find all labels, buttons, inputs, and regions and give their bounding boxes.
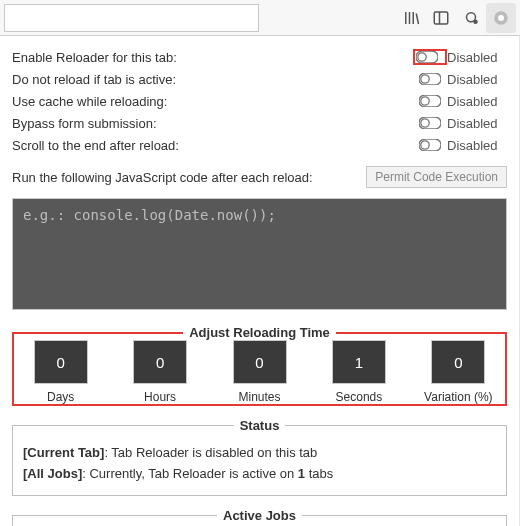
noreload-active-state: Disabled (447, 72, 507, 87)
svg-rect-12 (419, 73, 441, 85)
status-current-text: : Tab Reloader is disabled on this tab (104, 445, 317, 460)
sidebar-icon[interactable] (426, 3, 456, 33)
svg-point-11 (418, 53, 426, 61)
use-cache-label: Use cache while reloading: (12, 94, 419, 109)
status-all-text-b: tabs (305, 466, 333, 481)
variation-label: Variation (%) (424, 390, 492, 404)
hours-input[interactable] (133, 340, 187, 384)
use-cache-state: Disabled (447, 94, 507, 109)
scroll-end-state: Disabled (447, 138, 507, 153)
status-all-count: 1 (298, 466, 305, 481)
bypass-form-label: Bypass form submission: (12, 116, 419, 131)
adjust-time-group: Adjust Reloading Time Days Hours Minutes… (12, 325, 507, 406)
status-all-text-a: : Currently, Tab Reloader is active on (82, 466, 298, 481)
status-legend: Status (234, 418, 286, 433)
library-icon[interactable] (396, 3, 426, 33)
variation-input[interactable] (431, 340, 485, 384)
days-label: Days (47, 390, 74, 404)
bypass-form-state: Disabled (447, 116, 507, 131)
status-all-prefix: [All Jobs] (23, 466, 82, 481)
url-search-input[interactable] (4, 4, 259, 32)
svg-rect-10 (416, 51, 438, 63)
status-group: Status [Current Tab]: Tab Reloader is di… (12, 418, 507, 496)
seconds-input[interactable] (332, 340, 386, 384)
scroll-end-toggle[interactable] (419, 139, 441, 151)
permit-code-button[interactable]: Permit Code Execution (366, 166, 507, 188)
js-code-label: Run the following JavaScript code after … (12, 170, 366, 185)
noreload-active-toggle[interactable] (419, 73, 441, 85)
browser-toolbar (0, 0, 520, 36)
account-icon[interactable] (456, 3, 486, 33)
js-code-input[interactable] (12, 198, 507, 310)
bypass-form-toggle[interactable] (419, 117, 441, 129)
svg-point-15 (421, 97, 429, 105)
extension-reloader-icon[interactable] (486, 3, 516, 33)
status-current-prefix: [Current Tab] (23, 445, 104, 460)
svg-point-19 (421, 141, 429, 149)
svg-rect-4 (434, 12, 448, 24)
enable-toggle[interactable] (416, 51, 438, 63)
active-jobs-legend: Active Jobs (217, 508, 302, 523)
svg-point-7 (473, 19, 478, 24)
svg-line-3 (416, 13, 418, 24)
svg-rect-18 (419, 139, 441, 151)
svg-point-9 (498, 15, 504, 21)
use-cache-toggle[interactable] (419, 95, 441, 107)
extension-popup: Enable Reloader for this tab: Disabled D… (0, 36, 520, 526)
active-jobs-group: Active Jobs Tab Reloader :: add0n.com (12, 508, 507, 526)
seconds-label: Seconds (336, 390, 383, 404)
minutes-label: Minutes (239, 390, 281, 404)
svg-rect-16 (419, 117, 441, 129)
minutes-input[interactable] (233, 340, 287, 384)
adjust-time-legend: Adjust Reloading Time (183, 325, 336, 340)
svg-rect-14 (419, 95, 441, 107)
scroll-end-label: Scroll to the end after reload: (12, 138, 419, 153)
enable-state: Disabled (447, 50, 507, 65)
days-input[interactable] (34, 340, 88, 384)
svg-point-17 (421, 119, 429, 127)
hours-label: Hours (144, 390, 176, 404)
svg-point-13 (421, 75, 429, 83)
noreload-active-label: Do not reload if tab is active: (12, 72, 419, 87)
enable-label: Enable Reloader for this tab: (12, 50, 413, 65)
